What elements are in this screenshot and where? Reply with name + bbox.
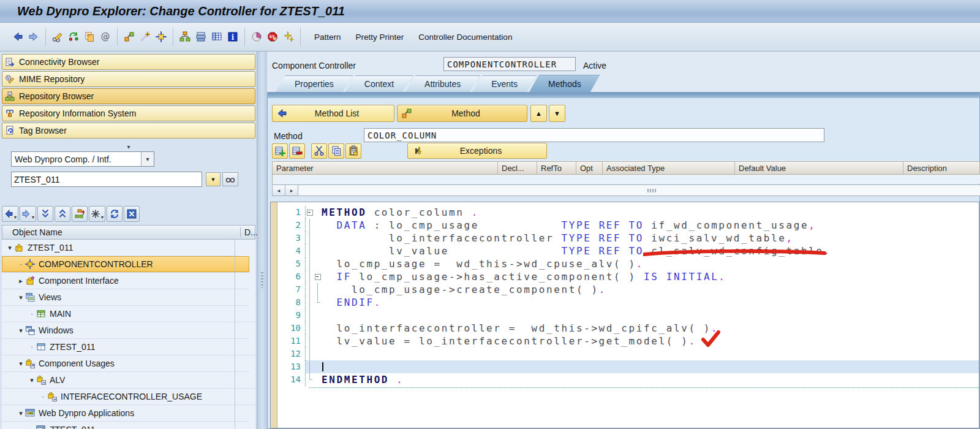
navigate-icon[interactable] [153, 29, 169, 45]
panel-splitter[interactable] [257, 51, 267, 429]
param-column-parameter[interactable]: Parameter [273, 162, 498, 174]
method-name-field[interactable]: COLOR_COLUMN [364, 128, 824, 142]
parameter-table-empty-row[interactable] [272, 175, 980, 184]
scroll-left-icon[interactable]: ◂ [273, 185, 285, 196]
expand-all-button[interactable] [37, 206, 53, 222]
collapse-all-button[interactable] [55, 206, 70, 222]
nav-forward-button[interactable]: ▾ [20, 206, 36, 222]
param-column-opt[interactable]: Opt [576, 162, 603, 174]
code-line-7[interactable]: 7 lo_cmp_usage->create_component( ). [277, 283, 979, 296]
copy-docs-button[interactable] [328, 143, 344, 159]
expander-open-icon[interactable]: ▾ [17, 360, 25, 368]
code-line-9[interactable]: 9 [277, 309, 979, 322]
next-method-button[interactable]: ▼ [549, 105, 565, 122]
copy-icon[interactable] [81, 29, 97, 45]
param-column-refto[interactable]: RefTo [537, 162, 576, 174]
tree-column-object-name[interactable]: Object Name [2, 227, 240, 237]
expander-open-icon[interactable]: ▾ [17, 409, 25, 417]
focus-button[interactable]: ▾ [89, 206, 105, 222]
code-line-6[interactable]: 6 IF lo_cmp_usage->has_active_component(… [277, 270, 979, 283]
code-line-3[interactable]: 3 lo_interfacecontroller TYPE REF TO iwc… [277, 232, 979, 245]
runtime-analysis-icon[interactable]: ST [265, 29, 281, 45]
expander-open-icon[interactable]: ▾ [28, 376, 36, 384]
expander-open-icon[interactable]: ▾ [17, 327, 25, 335]
stack-icon[interactable] [193, 29, 209, 45]
tree-item-component-usages[interactable]: ▾Component Usages [2, 355, 249, 372]
code-line-13[interactable]: 13 [277, 360, 979, 373]
toolbar-button-pattern[interactable]: Pattern [307, 30, 349, 44]
scrollbar-track[interactable] [298, 185, 980, 196]
tree-item-main[interactable]: ·MAIN [2, 306, 255, 322]
forward-icon[interactable] [26, 29, 42, 45]
sidebar-item-repository-information-system[interactable]: Repository Information System [2, 105, 255, 121]
parameter-horizontal-scrollbar[interactable]: ◂ ▸ [272, 184, 980, 196]
info-icon[interactable]: i [225, 29, 241, 45]
tree-item-ztest-011[interactable]: ▾ZTEST_011 [2, 240, 238, 256]
tree-column-description[interactable]: D... [240, 227, 258, 237]
code-line-1[interactable]: 1METHOD color_column . [277, 206, 979, 219]
chevron-down-icon[interactable]: ▾ [141, 152, 154, 166]
expander-closed-icon[interactable]: ▸ [17, 277, 25, 285]
pattern-wizard-icon[interactable] [281, 29, 296, 45]
tab-methods[interactable]: Methods [529, 75, 600, 92]
code-line-2[interactable]: 2 DATA : lo_cmp_usage TYPE REF TO if_wd_… [277, 219, 979, 232]
test-icon[interactable] [137, 29, 153, 45]
param-column-default-value[interactable]: Default Value [735, 162, 903, 174]
param-column-decl-[interactable]: Decl... [498, 162, 537, 174]
refresh-icon[interactable] [66, 29, 81, 45]
code-line-8[interactable]: 8 ENDIF. [277, 296, 979, 309]
toolbar-button-pretty-printer[interactable]: Pretty Printer [349, 30, 412, 44]
tab-context[interactable]: Context [345, 75, 413, 92]
scroll-right-icon[interactable]: ▸ [285, 185, 298, 196]
object-list-icon[interactable] [121, 29, 137, 45]
paste-button[interactable] [345, 143, 361, 159]
exceptions-button[interactable]: K Exceptions [407, 143, 547, 159]
previous-method-button[interactable]: ▲ [530, 105, 547, 122]
fold-collapse-icon[interactable] [314, 270, 322, 283]
hierarchy-icon[interactable] [177, 29, 193, 45]
object-name-input[interactable] [11, 172, 202, 187]
param-column-description[interactable]: Description [903, 162, 980, 174]
tab-properties[interactable]: Properties [276, 75, 353, 92]
hierarchy-up-button[interactable] [72, 206, 88, 222]
expander-closed-icon[interactable]: ▸ [28, 426, 36, 429]
sidebar-item-repository-browser[interactable]: Repository Browser [2, 88, 255, 104]
tree-item-views[interactable]: ▾Views [2, 289, 249, 306]
code-line-14[interactable]: 14ENDMETHOD . [277, 373, 979, 386]
sidebar-item-mime-repository[interactable]: MIME Repository [2, 71, 255, 87]
abap-code-editor[interactable]: 1METHOD color_column .2 DATA : lo_cmp_us… [270, 202, 979, 428]
insert-row-button[interactable] [272, 143, 288, 159]
tree-item-component-interface[interactable]: ▸Component Interface [2, 273, 249, 289]
refresh-button[interactable] [107, 206, 123, 222]
search-help-button[interactable] [222, 172, 238, 186]
code-line-5[interactable]: 5 lo_cmp_usage = wd_this->wd_cpuse_alv( … [277, 257, 979, 270]
tree-item-componentcontroller[interactable]: ·COMPONENTCONTROLLER [2, 256, 249, 273]
method-list-button[interactable]: Method List [272, 105, 394, 122]
tree-item-interfacecontroller-usage[interactable]: ·INTERFACECONTROLLER_USAGE [2, 389, 255, 405]
code-line-10[interactable]: 10 lo_interfacecontroller = wd_this->wd_… [277, 322, 979, 335]
code-line-12[interactable]: 12 [277, 347, 979, 360]
table-view-icon[interactable] [209, 29, 225, 45]
tree-item-ztest-011[interactable]: ·ZTEST_011 [2, 339, 255, 355]
fold-collapse-icon[interactable] [306, 206, 314, 219]
performance-icon[interactable] [249, 29, 265, 45]
display-change-icon[interactable] [50, 29, 66, 45]
close-button[interactable] [124, 206, 140, 222]
where-used-list-icon[interactable]: @ [97, 29, 113, 45]
sidebar-item-connectivity-browser[interactable]: Connectivity Browser [2, 54, 255, 70]
object-type-dropdown[interactable]: Web Dynpro Comp. / Intf. ▾ [11, 151, 154, 167]
code-line-4[interactable]: 4 lv_value TYPE REF TO cl_salv_wd_config… [277, 245, 979, 257]
tree-item-windows[interactable]: ▾Windows [2, 322, 249, 339]
toolbar-button-controller-documentation[interactable]: Controller Documentation [411, 30, 519, 44]
code-line-11[interactable]: 11 lv_value = lo_interfacecontroller->ge… [277, 335, 979, 347]
sidebar-collapse-caret[interactable]: ▾ [0, 143, 257, 150]
expander-open-icon[interactable]: ▾ [6, 244, 14, 252]
tab-attributes[interactable]: Attributes [405, 75, 480, 92]
param-column-associated-type[interactable]: Associated Type [603, 162, 735, 174]
tree-item-alv[interactable]: ▾ALV [2, 372, 255, 389]
object-dropdown-button[interactable]: ▼ [206, 172, 221, 186]
tree-item-web-dynpro-applications[interactable]: ▾Web Dynpro Applications [2, 405, 249, 422]
nav-back-button[interactable]: ▾ [2, 206, 18, 222]
back-icon[interactable] [10, 29, 26, 45]
controller-name-field[interactable]: COMPONENTCONTROLLER [443, 57, 576, 71]
